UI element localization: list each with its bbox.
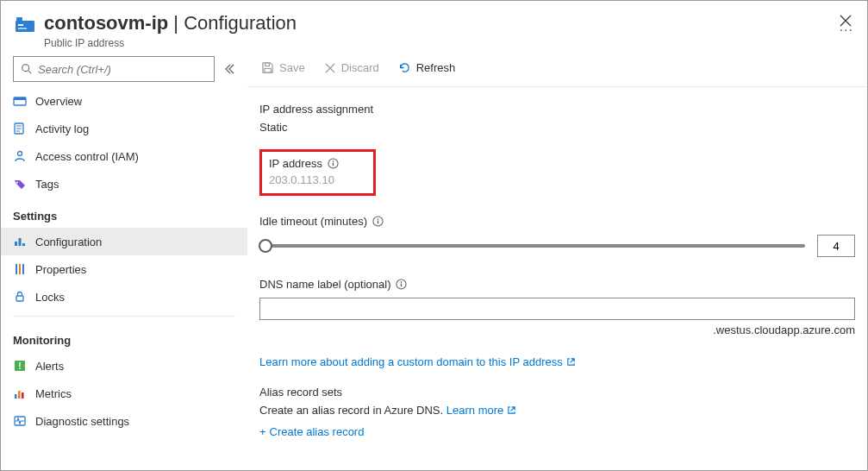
resource-type: Public IP address [44,37,824,49]
activity-log-icon [13,122,27,135]
svg-point-33 [401,281,403,283]
metrics-icon [13,386,27,400]
svg-point-27 [333,160,334,162]
alias-text: Create an alias record in Azure DNS. [259,404,443,417]
sidebar-item-alerts[interactable]: ! Alerts [1,352,247,380]
sidebar-item-tags[interactable]: Tags [1,170,247,198]
svg-rect-0 [16,21,34,32]
ip-label: IP address [269,157,322,170]
svg-point-4 [22,65,29,72]
alerts-icon: ! [13,359,27,373]
svg-point-13 [16,182,18,184]
discard-button[interactable]: Discard [322,60,381,76]
info-icon[interactable] [328,158,339,169]
svg-rect-1 [16,17,22,21]
sidebar-item-label: Access control (IAM) [35,150,139,163]
svg-rect-15 [19,264,21,274]
svg-rect-34 [401,284,402,287]
svg-rect-21 [18,391,21,399]
discard-icon [324,62,336,74]
sidebar-item-diagnostic[interactable]: Diagnostic settings [1,407,247,435]
svg-point-30 [378,218,379,220]
sidebar-item-label: Properties [35,263,86,276]
sidebar-item-activity-log[interactable]: Activity log [1,115,247,142]
external-link-icon [507,405,516,415]
plus-icon: + [259,425,266,438]
dns-label: DNS name label (optional) [259,278,390,291]
sidebar-item-label: Activity log [35,122,89,135]
sidebar-item-metrics[interactable]: Metrics [1,380,247,407]
svg-rect-14 [16,264,17,274]
alias-header: Alias record sets [259,386,855,399]
sidebar-item-label: Metrics [35,387,72,400]
external-link-icon [566,357,576,367]
nav-section-monitoring: Monitoring [1,322,247,352]
sidebar-item-locks[interactable]: Locks [1,283,247,311]
svg-rect-25 [265,68,272,72]
idle-timeout-label: Idle timeout (minutes) [259,215,367,228]
sidebar-item-label: Tags [35,178,59,191]
sidebar-item-label: Locks [35,291,65,304]
search-input-wrapper[interactable] [13,56,215,82]
iam-icon [13,149,27,163]
info-icon[interactable] [372,216,384,227]
idle-timeout-slider[interactable] [259,239,805,253]
refresh-icon [398,61,411,74]
properties-icon [13,262,27,276]
ip-highlight-box: IP address 203.0.113.10 [259,149,376,196]
ip-value: 203.0.113.10 [269,173,339,186]
public-ip-icon [15,15,35,35]
idle-timeout-value[interactable] [817,235,855,257]
svg-rect-2 [18,24,23,26]
sidebar-item-properties[interactable]: Properties [1,255,247,283]
svg-rect-28 [333,163,334,166]
svg-point-12 [18,152,22,156]
dns-suffix: .westus.cloudapp.azure.com [259,323,855,336]
close-button[interactable] [840,15,852,27]
svg-rect-31 [378,221,378,224]
sidebar-item-configuration[interactable]: Configuration [1,228,247,255]
svg-rect-20 [15,394,17,399]
svg-rect-3 [18,28,27,29]
create-alias-button[interactable]: + Create alias record [259,425,364,438]
svg-rect-16 [22,264,24,274]
sidebar-item-overview[interactable]: Overview [1,87,247,115]
configuration-icon [13,235,27,248]
lock-icon [13,290,27,304]
sidebar-item-label: Alerts [35,360,64,373]
search-input[interactable] [38,63,207,76]
save-button[interactable]: Save [259,60,307,76]
save-icon [261,61,274,74]
nav-sidebar: Overview Activity log Access control (IA… [1,51,247,470]
info-icon[interactable] [396,279,407,290]
svg-rect-7 [14,97,26,100]
collapse-sidebar-button[interactable] [223,63,235,75]
nav-section-settings: Settings [1,198,247,228]
svg-rect-24 [265,63,270,66]
alias-learn-more-link[interactable]: Learn more [446,404,516,417]
dns-name-input[interactable] [259,298,855,320]
refresh-button[interactable]: Refresh [397,60,458,76]
assignment-value: Static [259,121,855,134]
assignment-label: IP address assignment [259,103,855,116]
svg-rect-22 [22,392,24,399]
blade-title: contosovm-ip | Configuration [44,11,824,35]
svg-line-5 [28,71,32,74]
sidebar-item-iam[interactable]: Access control (IAM) [1,142,247,170]
slider-thumb[interactable] [259,239,272,253]
sidebar-item-label: Configuration [35,236,102,248]
sidebar-item-label: Diagnostic settings [35,415,129,428]
tags-icon [13,177,27,191]
sidebar-item-label: Overview [35,95,82,108]
overview-icon [13,94,27,108]
diagnostic-icon [13,414,27,428]
custom-domain-link[interactable]: Learn more about adding a custom domain … [259,355,576,368]
search-icon [21,63,33,75]
svg-text:!: ! [18,361,21,371]
svg-rect-17 [16,296,23,301]
